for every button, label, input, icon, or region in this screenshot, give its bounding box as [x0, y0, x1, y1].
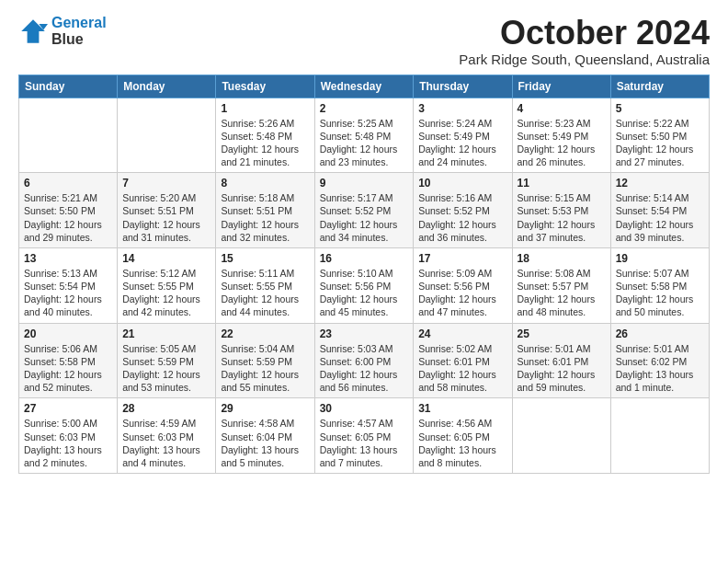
day-number: 15	[221, 252, 309, 265]
day-number: 2	[320, 102, 409, 115]
day-number: 3	[418, 102, 506, 115]
day-number: 25	[518, 327, 606, 340]
calendar-cell: 6Sunrise: 5:21 AM Sunset: 5:50 PM Daylig…	[19, 173, 118, 248]
calendar-cell: 9Sunrise: 5:17 AM Sunset: 5:52 PM Daylig…	[314, 173, 414, 248]
calendar-header-thursday: Thursday	[414, 75, 512, 98]
calendar-cell: 24Sunrise: 5:02 AM Sunset: 6:01 PM Dayli…	[414, 323, 512, 398]
day-number: 19	[616, 252, 704, 265]
calendar-week-3: 13Sunrise: 5:13 AM Sunset: 5:54 PM Dayli…	[19, 247, 710, 323]
calendar-cell: 7Sunrise: 5:20 AM Sunset: 5:51 PM Daylig…	[118, 173, 216, 248]
calendar-table: SundayMondayTuesdayWednesdayThursdayFrid…	[18, 75, 710, 474]
day-info: Sunrise: 5:15 AM Sunset: 5:53 PM Dayligh…	[518, 191, 606, 244]
logo-text: General Blue	[51, 15, 107, 48]
calendar-cell	[19, 98, 118, 173]
day-number: 1	[221, 102, 309, 115]
location-subtitle: Park Ridge South, Queensland, Australia	[459, 52, 710, 67]
day-info: Sunrise: 5:09 AM Sunset: 5:56 PM Dayligh…	[418, 267, 506, 319]
day-info: Sunrise: 5:23 AM Sunset: 5:49 PM Dayligh…	[518, 117, 606, 169]
calendar-cell: 8Sunrise: 5:18 AM Sunset: 5:51 PM Daylig…	[216, 173, 314, 248]
title-block: October 2024 Park Ridge South, Queenslan…	[459, 15, 710, 67]
day-info: Sunrise: 5:02 AM Sunset: 6:01 PM Dayligh…	[418, 342, 506, 395]
day-info: Sunrise: 5:10 AM Sunset: 5:56 PM Dayligh…	[320, 267, 409, 319]
day-number: 12	[616, 177, 704, 190]
calendar-cell: 16Sunrise: 5:10 AM Sunset: 5:56 PM Dayli…	[314, 247, 414, 323]
calendar-cell: 5Sunrise: 5:22 AM Sunset: 5:50 PM Daylig…	[610, 98, 709, 173]
day-number: 18	[518, 252, 606, 265]
calendar-cell: 18Sunrise: 5:08 AM Sunset: 5:57 PM Dayli…	[512, 247, 610, 323]
calendar-cell: 21Sunrise: 5:05 AM Sunset: 5:59 PM Dayli…	[118, 323, 216, 398]
day-info: Sunrise: 5:01 AM Sunset: 6:01 PM Dayligh…	[518, 342, 606, 395]
calendar-cell: 30Sunrise: 4:57 AM Sunset: 6:05 PM Dayli…	[314, 398, 414, 474]
calendar-cell: 15Sunrise: 5:11 AM Sunset: 5:55 PM Dayli…	[216, 247, 314, 323]
day-info: Sunrise: 5:05 AM Sunset: 5:59 PM Dayligh…	[122, 342, 210, 395]
calendar-cell: 28Sunrise: 4:59 AM Sunset: 6:03 PM Dayli…	[118, 398, 216, 474]
day-info: Sunrise: 5:06 AM Sunset: 5:58 PM Dayligh…	[24, 342, 112, 395]
day-number: 4	[518, 102, 606, 115]
calendar-cell: 12Sunrise: 5:14 AM Sunset: 5:54 PM Dayli…	[610, 173, 709, 248]
day-info: Sunrise: 5:03 AM Sunset: 6:00 PM Dayligh…	[320, 342, 409, 395]
calendar-cell: 4Sunrise: 5:23 AM Sunset: 5:49 PM Daylig…	[512, 98, 610, 173]
calendar-week-2: 6Sunrise: 5:21 AM Sunset: 5:50 PM Daylig…	[19, 173, 710, 248]
day-info: Sunrise: 5:11 AM Sunset: 5:55 PM Dayligh…	[221, 267, 309, 319]
calendar-cell	[512, 398, 610, 474]
calendar-cell: 13Sunrise: 5:13 AM Sunset: 5:54 PM Dayli…	[19, 247, 118, 323]
day-number: 9	[320, 177, 409, 190]
day-info: Sunrise: 5:00 AM Sunset: 6:03 PM Dayligh…	[24, 417, 112, 469]
calendar-cell: 17Sunrise: 5:09 AM Sunset: 5:56 PM Dayli…	[414, 247, 512, 323]
day-info: Sunrise: 5:20 AM Sunset: 5:51 PM Dayligh…	[122, 191, 210, 244]
calendar-cell: 14Sunrise: 5:12 AM Sunset: 5:55 PM Dayli…	[118, 247, 216, 323]
calendar-cell: 23Sunrise: 5:03 AM Sunset: 6:00 PM Dayli…	[314, 323, 414, 398]
calendar-week-1: 1Sunrise: 5:26 AM Sunset: 5:48 PM Daylig…	[19, 98, 710, 173]
day-number: 30	[320, 402, 409, 415]
day-info: Sunrise: 5:18 AM Sunset: 5:51 PM Dayligh…	[221, 191, 309, 244]
calendar-cell: 22Sunrise: 5:04 AM Sunset: 5:59 PM Dayli…	[216, 323, 314, 398]
day-number: 7	[122, 177, 210, 190]
day-info: Sunrise: 5:24 AM Sunset: 5:49 PM Dayligh…	[418, 117, 506, 169]
calendar-header-friday: Friday	[512, 75, 610, 98]
calendar-cell	[118, 98, 216, 173]
day-number: 21	[122, 327, 210, 340]
calendar-cell: 2Sunrise: 5:25 AM Sunset: 5:48 PM Daylig…	[314, 98, 414, 173]
calendar-cell: 27Sunrise: 5:00 AM Sunset: 6:03 PM Dayli…	[19, 398, 118, 474]
svg-marker-0	[21, 19, 45, 43]
day-number: 13	[24, 252, 112, 265]
day-number: 20	[24, 327, 112, 340]
day-number: 24	[418, 327, 506, 340]
calendar-cell: 1Sunrise: 5:26 AM Sunset: 5:48 PM Daylig…	[216, 98, 314, 173]
day-number: 11	[518, 177, 606, 190]
day-info: Sunrise: 5:08 AM Sunset: 5:57 PM Dayligh…	[518, 267, 606, 319]
day-info: Sunrise: 5:26 AM Sunset: 5:48 PM Dayligh…	[221, 117, 309, 169]
calendar-cell: 26Sunrise: 5:01 AM Sunset: 6:02 PM Dayli…	[610, 323, 709, 398]
day-info: Sunrise: 5:21 AM Sunset: 5:50 PM Dayligh…	[24, 191, 112, 244]
day-number: 23	[320, 327, 409, 340]
day-info: Sunrise: 4:58 AM Sunset: 6:04 PM Dayligh…	[221, 417, 309, 469]
day-info: Sunrise: 4:57 AM Sunset: 6:05 PM Dayligh…	[320, 417, 409, 469]
logo: General Blue	[18, 15, 107, 48]
day-number: 27	[24, 402, 112, 415]
calendar-header-tuesday: Tuesday	[216, 75, 314, 98]
calendar-week-5: 27Sunrise: 5:00 AM Sunset: 6:03 PM Dayli…	[19, 398, 710, 474]
calendar-cell: 25Sunrise: 5:01 AM Sunset: 6:01 PM Dayli…	[512, 323, 610, 398]
day-number: 29	[221, 402, 309, 415]
day-info: Sunrise: 5:12 AM Sunset: 5:55 PM Dayligh…	[122, 267, 210, 319]
day-number: 22	[221, 327, 309, 340]
day-info: Sunrise: 5:17 AM Sunset: 5:52 PM Dayligh…	[320, 191, 409, 244]
day-info: Sunrise: 5:01 AM Sunset: 6:02 PM Dayligh…	[616, 342, 704, 395]
day-info: Sunrise: 5:25 AM Sunset: 5:48 PM Dayligh…	[320, 117, 409, 169]
day-info: Sunrise: 5:13 AM Sunset: 5:54 PM Dayligh…	[24, 267, 112, 319]
calendar-header-saturday: Saturday	[610, 75, 709, 98]
calendar-header-wednesday: Wednesday	[314, 75, 414, 98]
day-number: 6	[24, 177, 112, 190]
logo-icon	[18, 17, 48, 46]
calendar-cell: 20Sunrise: 5:06 AM Sunset: 5:58 PM Dayli…	[19, 323, 118, 398]
day-info: Sunrise: 5:16 AM Sunset: 5:52 PM Dayligh…	[418, 191, 506, 244]
day-info: Sunrise: 5:22 AM Sunset: 5:50 PM Dayligh…	[616, 117, 704, 169]
day-number: 14	[122, 252, 210, 265]
calendar-cell: 31Sunrise: 4:56 AM Sunset: 6:05 PM Dayli…	[414, 398, 512, 474]
month-title: October 2024	[459, 15, 710, 52]
day-number: 17	[418, 252, 506, 265]
calendar-cell: 29Sunrise: 4:58 AM Sunset: 6:04 PM Dayli…	[216, 398, 314, 474]
day-info: Sunrise: 5:14 AM Sunset: 5:54 PM Dayligh…	[616, 191, 704, 244]
day-number: 31	[418, 402, 506, 415]
day-info: Sunrise: 5:07 AM Sunset: 5:58 PM Dayligh…	[616, 267, 704, 319]
